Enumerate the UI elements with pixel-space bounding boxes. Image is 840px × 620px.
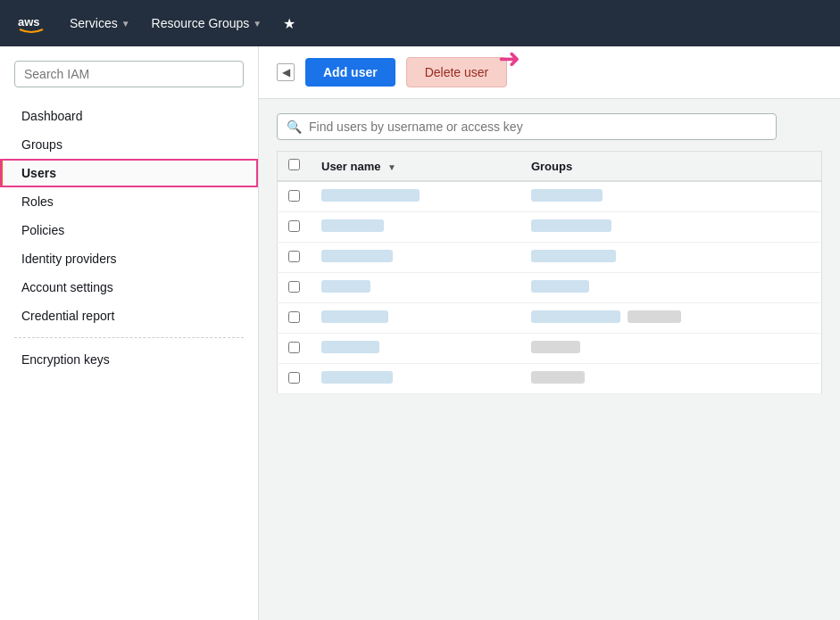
sidebar-item-policies[interactable]: Policies (0, 216, 258, 244)
top-navigation: aws Services ▼ Resource Groups ▼ ★ (0, 0, 840, 46)
sidebar-item-encryption-keys[interactable]: Encryption keys (0, 345, 258, 374)
table-row (278, 334, 822, 364)
users-table: User name ▼ Groups (277, 151, 822, 394)
table-row (278, 303, 822, 334)
table-header-row: User name ▼ Groups (278, 152, 822, 182)
select-all-header[interactable] (278, 152, 312, 182)
user-search-input[interactable] (309, 120, 767, 134)
username-cell[interactable] (311, 334, 520, 364)
row-checkbox[interactable] (288, 311, 300, 323)
search-iam-input[interactable] (14, 61, 244, 87)
row-checkbox[interactable] (288, 281, 300, 293)
group-cell (520, 243, 822, 273)
aws-logo[interactable]: aws (14, 6, 48, 40)
username-cell[interactable] (311, 181, 520, 212)
table-row (278, 243, 822, 273)
resource-groups-menu[interactable]: Resource Groups ▼ (152, 16, 262, 30)
resource-groups-chevron-icon: ▼ (253, 19, 262, 29)
table-area: 🔍 User name ▼ Groups (259, 99, 840, 620)
table-row (278, 364, 822, 394)
groups-column-header: Groups (520, 152, 822, 182)
user-search-bar[interactable]: 🔍 (277, 113, 777, 140)
username-column-header[interactable]: User name ▼ (311, 152, 520, 182)
row-checkbox[interactable] (288, 251, 300, 262)
sidebar-item-roles[interactable]: Roles (0, 187, 258, 216)
favorites-icon[interactable]: ★ (283, 15, 295, 32)
table-row (278, 181, 822, 212)
sidebar-item-identity-providers[interactable]: Identity providers (0, 244, 258, 273)
services-menu[interactable]: Services ▼ (70, 16, 130, 30)
search-icon: 🔍 (287, 120, 302, 134)
toolbar: ➜ ◀ Add user Delete user (259, 46, 840, 99)
username-cell[interactable] (311, 212, 520, 243)
group-cell (520, 334, 822, 364)
group-cell (520, 364, 822, 394)
select-all-checkbox[interactable] (288, 159, 300, 170)
username-cell[interactable] (311, 273, 520, 303)
sidebar: Dashboard Groups Users Roles Policies Id… (0, 46, 259, 620)
sort-icon: ▼ (387, 162, 396, 172)
svg-text:aws: aws (18, 15, 40, 29)
row-checkbox[interactable] (288, 220, 300, 232)
group-cell (520, 181, 822, 212)
table-row (278, 273, 822, 303)
main-content: ➜ ◀ Add user Delete user 🔍 (259, 46, 840, 620)
row-checkbox[interactable] (288, 372, 300, 384)
add-user-button[interactable]: Add user (305, 58, 395, 87)
sidebar-item-account-settings[interactable]: Account settings (0, 273, 258, 302)
group-cell (520, 212, 822, 243)
row-checkbox[interactable] (288, 190, 300, 202)
username-cell[interactable] (311, 364, 520, 394)
sidebar-item-dashboard[interactable]: Dashboard (0, 102, 258, 130)
sidebar-item-credential-report[interactable]: Credential report (0, 302, 258, 330)
group-cell (520, 273, 822, 303)
username-cell[interactable] (311, 303, 520, 334)
sidebar-nav: Dashboard Groups Users Roles Policies Id… (0, 102, 258, 620)
group-cell (520, 303, 822, 334)
sidebar-item-users[interactable]: Users (0, 159, 258, 187)
search-iam-wrapper (0, 61, 258, 102)
collapse-sidebar-button[interactable]: ◀ (277, 63, 295, 81)
sidebar-divider (14, 337, 244, 338)
delete-user-button[interactable]: Delete user (406, 57, 508, 87)
sidebar-item-groups[interactable]: Groups (0, 130, 258, 159)
services-chevron-icon: ▼ (121, 19, 130, 29)
username-cell[interactable] (311, 243, 520, 273)
app-layout: Dashboard Groups Users Roles Policies Id… (0, 46, 840, 620)
table-row (278, 212, 822, 243)
row-checkbox[interactable] (288, 342, 300, 353)
